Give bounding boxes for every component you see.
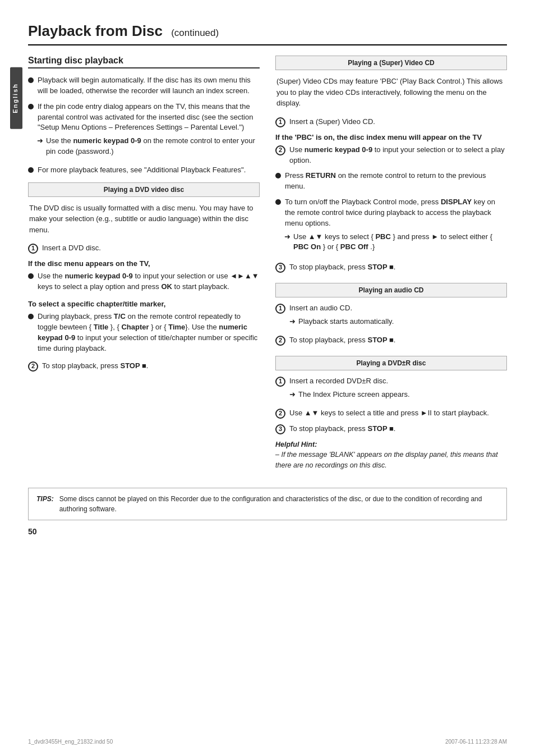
supervcd-bullet-1: Press RETURN on the remote control to re… (275, 171, 507, 192)
dvd-step-1: 1 Insert a DVD disc. (28, 243, 260, 254)
bullet-text-3: For more playback features, see "Additio… (38, 165, 246, 176)
arrow-sym-1: ➜ (37, 136, 43, 157)
audiocd-arrow: ➜ Playback starts automatically. (289, 317, 507, 327)
dvdplusr-step-2-content: Use ▲▼ keys to select a title and press … (289, 408, 507, 419)
title-text: Playback from Disc (28, 22, 163, 39)
supervcd-body: (Super) Video CDs may feature 'PBC' (Pla… (275, 76, 507, 109)
chapter-bullets: During playback, press T/C on the remote… (28, 311, 260, 354)
arrow-sym-4: ➜ (289, 390, 296, 400)
bullet-text-2: If the pin code entry dialog appears on … (38, 102, 260, 134)
audiocd-step-num-1: 1 (275, 304, 285, 314)
supervcd-step-1-content: Insert a (Super) Video CD. (289, 117, 507, 127)
supervcd-step-1: 1 Insert a (Super) Video CD. (275, 117, 507, 127)
pbc-arrow-text: Use ▲▼ keys to select { PBC } and press … (293, 232, 507, 253)
supervcd-header: Playing a (Super) Video CD (275, 56, 507, 70)
chapter-dot-1 (28, 314, 34, 319)
english-tab: English (10, 67, 22, 129)
supervcd-bullets: Press RETURN on the remote control to re… (275, 171, 507, 255)
tips-text: Some discs cannot be played on this Reco… (59, 494, 499, 514)
disc-menu-dot-1 (28, 273, 34, 279)
supervcd-dot-2 (275, 199, 281, 205)
starting-playback-title: Starting disc playback (28, 56, 260, 68)
tips-label: TIPS: (36, 494, 54, 514)
dvd-step-2-content: To stop playback, press STOP ■. (42, 361, 260, 372)
dvdplusr-step-1-content: Insert a recorded DVD±R disc. ➜ The Inde… (289, 376, 507, 403)
page-number: 50 (28, 527, 507, 536)
dvd-section-header: Playing a DVD video disc (28, 182, 260, 197)
bullet-item-2: If the pin code entry dialog appears on … (28, 102, 260, 160)
disc-menu-text-1: Use the numeric keypad 0-9 to input your… (38, 271, 260, 292)
audiocd-step-2-content: To stop playback, press STOP ■. (289, 335, 507, 346)
left-column: Starting disc playback Playback will beg… (28, 56, 260, 471)
supervcd-step-num-3: 3 (275, 263, 285, 273)
dvdplusr-arrow-1: ➜ The Index Picture screen appears. (289, 390, 507, 400)
dvdplusr-arrow-text-1: The Index Picture screen appears. (298, 390, 410, 400)
supervcd-step-num-1: 1 (275, 117, 285, 127)
chapter-bullet-1: During playback, press T/C on the remote… (28, 311, 260, 354)
pbc-subtitle: If the 'PBC' is on, the disc index menu … (275, 132, 507, 143)
bullet-dot-3 (28, 167, 34, 173)
dvdplusr-step-num-3: 3 (275, 424, 285, 434)
tips-box: TIPS: Some discs cannot be played on thi… (28, 488, 507, 520)
footer-date: 2007-06-11 11:23:28 AM (445, 739, 507, 745)
arrow-item-pincode: ➜ Use the numeric keypad 0-9 on the remo… (37, 136, 260, 157)
supervcd-step-3-content: To stop playback, press STOP ■. (289, 262, 507, 273)
disc-menu-bullet-1: Use the numeric keypad 0-9 to input your… (28, 271, 260, 292)
dvd-step-1-content: Insert a DVD disc. (42, 243, 260, 254)
supervcd-bullet-2: To turn on/off the Playback Control mode… (275, 197, 507, 255)
page: English Playback from Disc (continued) S… (0, 0, 535, 756)
bullet-text-1: Playback will begin automatically. If th… (38, 75, 260, 97)
dvdplusr-step-num-2: 2 (275, 409, 285, 419)
disc-menu-subtitle: If the disc menu appears on the TV, (28, 259, 260, 269)
supervcd-step-3: 3 To stop playback, press STOP ■. (275, 262, 507, 273)
bullet-dot-2 (28, 104, 34, 109)
dvdplusr-step-2: 2 Use ▲▼ keys to select a title and pres… (275, 408, 507, 419)
supervcd-text-1: Press RETURN on the remote control to re… (285, 171, 507, 192)
audiocd-step-1-content: Insert an audio CD. ➜ Playback starts au… (289, 303, 507, 330)
dvdplusr-step-num-1: 1 (275, 377, 285, 387)
step-num-2: 2 (28, 361, 38, 372)
audiocd-step-1: 1 Insert an audio CD. ➜ Playback starts … (275, 303, 507, 330)
audiocd-step-num-2: 2 (275, 336, 285, 346)
bullet-dot-1 (28, 77, 34, 83)
dvd-step-2: 2 To stop playback, press STOP ■. (28, 361, 260, 372)
dvdplusr-step-1: 1 Insert a recorded DVD±R disc. ➜ The In… (275, 376, 507, 403)
starting-playback-bullets: Playback will begin automatically. If th… (28, 75, 260, 176)
helpful-hint: Helpful Hint: – If the message 'BLANK' a… (275, 439, 507, 471)
supervcd-dot-1 (275, 173, 281, 178)
disc-menu-bullets: Use the numeric keypad 0-9 to input your… (28, 271, 260, 292)
right-column: Playing a (Super) Video CD (Super) Video… (275, 56, 507, 471)
arrow-sym-3: ➜ (289, 317, 296, 327)
chapter-subtitle: To select a specific chapter/title marke… (28, 299, 260, 309)
dvdplusr-step-3-content: To stop playback, press STOP ■. (289, 424, 507, 434)
dvdplusr-step-3: 3 To stop playback, press STOP ■. (275, 424, 507, 434)
dvd-section-body: The DVD disc is usually formatted with a… (28, 203, 260, 236)
supervcd-text-2: To turn on/off the Playback Control mode… (285, 197, 507, 229)
audiocd-step-2: 2 To stop playback, press STOP ■. (275, 335, 507, 346)
supervcd-step-2: 2 Use numeric keypad 0-9 to input your s… (275, 145, 507, 166)
arrow-text-1: Use the numeric keypad 0-9 on the remote… (46, 136, 260, 157)
pbc-arrow-item: ➜ Use ▲▼ keys to select { PBC } and pres… (284, 232, 507, 253)
supervcd-step-num-2: 2 (275, 145, 285, 155)
two-column-layout: Starting disc playback Playback will beg… (28, 56, 507, 471)
supervcd-step-2-content: Use numeric keypad 0-9 to input your sel… (289, 145, 507, 166)
step-num-1: 1 (28, 244, 38, 254)
audiocd-header: Playing an audio CD (275, 283, 507, 297)
bullet-item-3: For more playback features, see "Additio… (28, 165, 260, 176)
bullet-item-1: Playback will begin automatically. If th… (28, 75, 260, 97)
arrow-sym-2: ➜ (284, 232, 290, 253)
dvdplusr-header: Playing a DVD±R disc (275, 356, 507, 370)
audiocd-arrow-text: Playback starts automatically. (298, 317, 394, 327)
page-title: Playback from Disc (continued) (28, 22, 507, 45)
continued-text: (continued) (171, 28, 219, 38)
footer-file: 1_dvdr3455H_eng_21832.indd 50 (28, 739, 113, 745)
chapter-text-1: During playback, press T/C on the remote… (38, 311, 260, 354)
